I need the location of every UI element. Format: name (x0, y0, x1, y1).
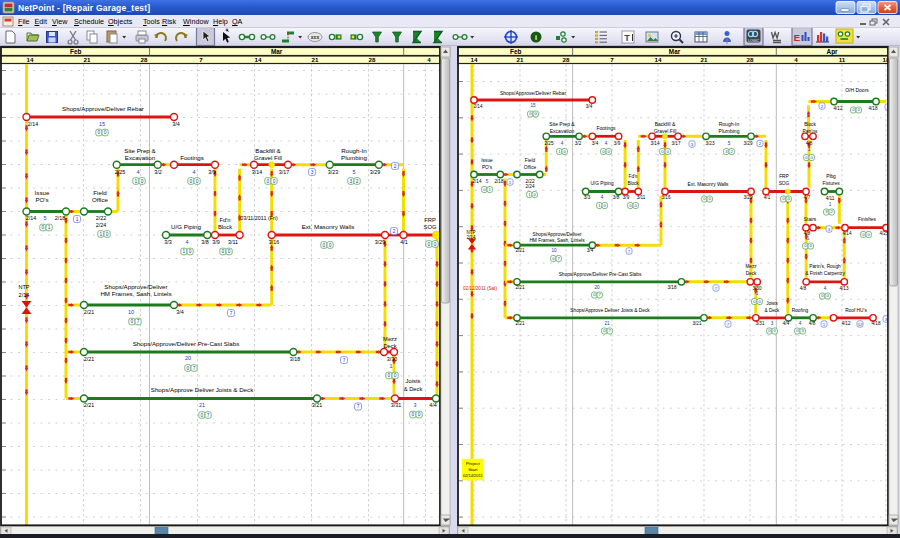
svg-text:Shops/Approve/Deliver Rebar: Shops/Approve/Deliver Rebar (500, 90, 566, 96)
svg-text:Footings: Footings (596, 125, 616, 131)
svg-text:4/4: 4/4 (783, 321, 790, 326)
svg-text:3/4: 3/4 (587, 248, 594, 253)
svg-text:5: 5 (728, 141, 731, 146)
svg-text:0: 0 (104, 130, 107, 135)
svg-text:FRP: FRP (424, 217, 436, 223)
svg-text:10: 10 (128, 309, 134, 315)
svg-text:0: 0 (42, 225, 45, 230)
svg-text:2: 2 (394, 164, 397, 169)
svg-text:14: 14 (255, 56, 262, 63)
svg-text:3/29: 3/29 (375, 239, 386, 245)
svg-text:14: 14 (655, 56, 662, 63)
svg-text:3/30: 3/30 (387, 356, 398, 362)
svg-text:0: 0 (131, 319, 134, 324)
svg-text:Apr: Apr (827, 48, 839, 56)
svg-text:4: 4 (193, 169, 196, 175)
svg-text:Shops/Approve/Deliver Pre-Cast: Shops/Approve/Deliver Pre-Cast Slabs (133, 340, 240, 347)
svg-text:2/25: 2/25 (115, 169, 126, 175)
svg-text:3/31: 3/31 (756, 321, 765, 326)
svg-text:5: 5 (353, 169, 356, 175)
svg-text:0: 0 (329, 243, 332, 248)
svg-text:3/23: 3/23 (328, 169, 339, 175)
svg-text:3/9: 3/9 (614, 141, 621, 146)
svg-text:Field: Field (93, 189, 107, 196)
svg-text:T: T (624, 33, 630, 43)
svg-text:7: 7 (193, 366, 196, 371)
svg-text:21: 21 (84, 56, 91, 63)
svg-text:12: 12 (858, 322, 863, 327)
svg-text:& Finish Carpentry: & Finish Carpentry (805, 271, 845, 276)
svg-text:2: 2 (393, 229, 396, 234)
svg-text:Office: Office (524, 165, 537, 170)
svg-text:xxx: xxx (311, 34, 320, 40)
svg-text:3: 3 (771, 321, 774, 326)
svg-text:3/29: 3/29 (744, 141, 753, 146)
svg-text:0: 0 (187, 366, 190, 371)
svg-text:2/25: 2/25 (545, 141, 554, 146)
svg-text:Feb: Feb (510, 48, 521, 55)
svg-text:U/G Piping: U/G Piping (590, 181, 614, 186)
svg-text:2/14: 2/14 (473, 179, 482, 184)
svg-text:3/8: 3/8 (201, 239, 209, 245)
svg-text:1: 1 (390, 363, 393, 369)
svg-text:Fd'n: Fd'n (629, 174, 638, 179)
svg-text:28: 28 (747, 56, 754, 63)
svg-text:2/21: 2/21 (84, 309, 95, 315)
svg-text:0: 0 (106, 232, 109, 237)
svg-text:0: 0 (434, 242, 437, 247)
svg-text:0: 0 (190, 179, 193, 184)
svg-text:1: 1 (183, 249, 186, 254)
svg-text:2/21: 2/21 (84, 402, 95, 408)
svg-text:Deck: Deck (383, 343, 396, 349)
svg-text:3/4: 3/4 (586, 104, 593, 109)
svg-text:2/14: 2/14 (19, 292, 30, 298)
svg-text:Stairs: Stairs (804, 217, 817, 222)
svg-text:Excavation: Excavation (550, 128, 575, 134)
svg-text:10: 10 (551, 248, 557, 253)
svg-text:3/4: 3/4 (176, 309, 184, 315)
svg-text:2/22: 2/22 (96, 215, 107, 221)
svg-text:HM Frames, Sash, Lintels: HM Frames, Sash, Lintels (529, 238, 585, 243)
svg-text:0: 0 (394, 373, 397, 378)
svg-text:LOGIC: LOGIC (748, 39, 760, 43)
svg-text:4: 4 (794, 56, 798, 63)
svg-text:15: 15 (99, 121, 105, 127)
svg-text:4: 4 (601, 195, 604, 200)
svg-text:2/21: 2/21 (516, 285, 525, 290)
svg-text:02/14/2011: 02/14/2011 (463, 473, 483, 478)
svg-text:Excavation: Excavation (125, 154, 156, 161)
svg-text:3/31: 3/31 (391, 402, 402, 408)
svg-text:3/16: 3/16 (662, 195, 671, 200)
svg-text:0: 0 (196, 179, 199, 184)
svg-text:PO's: PO's (35, 196, 48, 203)
svg-text:4/18: 4/18 (872, 321, 881, 326)
svg-text:4/8: 4/8 (800, 286, 807, 291)
svg-text:4: 4 (561, 141, 564, 146)
svg-text:3/29: 3/29 (744, 195, 753, 200)
svg-text:28: 28 (369, 56, 376, 63)
svg-text:4: 4 (824, 286, 827, 291)
svg-text:Ext. Masonry Walls: Ext. Masonry Walls (688, 182, 729, 187)
svg-text:& Deck: & Deck (765, 308, 781, 313)
svg-text:2/18: 2/18 (495, 179, 504, 184)
svg-text:28: 28 (141, 56, 148, 63)
svg-text:3/3: 3/3 (164, 239, 172, 245)
svg-text:Shops/Approve/Deliver Rebar: Shops/Approve/Deliver Rebar (62, 105, 144, 112)
svg-text:FRP: FRP (779, 174, 789, 179)
svg-text:7: 7 (137, 319, 140, 324)
svg-text:Mar: Mar (271, 48, 283, 55)
svg-text:0: 0 (222, 249, 225, 254)
svg-text:Plumbing: Plumbing (719, 128, 740, 134)
svg-text:3/16: 3/16 (269, 239, 280, 245)
svg-text:4/8: 4/8 (809, 321, 816, 326)
svg-text:3/23: 3/23 (706, 141, 715, 146)
svg-text:O/H Doors: O/H Doors (845, 87, 869, 93)
svg-text:Feb: Feb (70, 48, 81, 55)
svg-text:0: 0 (267, 179, 270, 184)
svg-text:4/1: 4/1 (764, 195, 771, 200)
svg-text:Gravel Fill: Gravel Fill (254, 154, 282, 161)
svg-text:Mar: Mar (669, 48, 681, 55)
svg-text:Shops/Approve/Deliver Pre-Cast: Shops/Approve/Deliver Pre-Cast Slabs (559, 272, 642, 277)
svg-text:Office: Office (92, 196, 109, 203)
svg-text:4/13: 4/13 (840, 286, 849, 291)
